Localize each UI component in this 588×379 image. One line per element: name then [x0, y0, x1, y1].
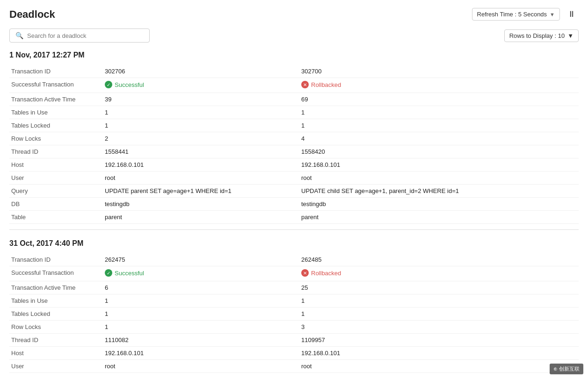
row-label: User — [9, 172, 103, 185]
table-row: Host192.168.0.101192.168.0.101 — [9, 347, 579, 360]
row-value-1: 1 — [103, 321, 299, 334]
row-label: Successful Transaction — [9, 78, 103, 93]
chevron-down-icon: ▼ — [550, 12, 555, 17]
row-value-1: 39 — [103, 93, 299, 106]
table-row: Transaction ID262475262485 — [9, 253, 579, 266]
row-value-1: 302706 — [103, 65, 299, 78]
row-label: Thread ID — [9, 334, 103, 347]
row-value-2: 192.168.0.101 — [299, 347, 579, 360]
table-row: Tables in Use11 — [9, 294, 579, 307]
row-value-2: 69 — [299, 93, 579, 106]
row-value-1: 262475 — [103, 253, 299, 266]
refresh-dropdown[interactable]: Refresh Time : 5 Seconds ▼ — [472, 8, 560, 21]
row-value-1: testingdb — [103, 198, 299, 211]
table-row: Transaction Active Time625 — [9, 281, 579, 294]
table-row: Host192.168.0.101192.168.0.101 — [9, 158, 579, 172]
pause-button[interactable]: ⏸ — [565, 7, 579, 21]
status-success: Successful — [105, 269, 144, 277]
table-row: Transaction Active Time3969 — [9, 93, 579, 106]
table-row: Row Locks24 — [9, 132, 579, 145]
page-wrapper: Deadlock Refresh Time : 5 Seconds ▼ ⏸ 🔍 … — [0, 0, 588, 379]
table-row: Tableparentparent — [9, 211, 579, 224]
row-label: Host — [9, 347, 103, 360]
rows-chevron-icon: ▼ — [567, 32, 573, 39]
deadlock-date-1: 31 Oct, 2017 4:40 PM — [9, 239, 579, 250]
row-value-1: 6 — [103, 281, 299, 294]
row-label: Transaction ID — [9, 65, 103, 78]
row-value-2: 4 — [299, 132, 579, 145]
row-label: Tables in Use — [9, 106, 103, 119]
table-row: DBtestingdbtestingdb — [9, 198, 579, 211]
deadlock-date-0: 1 Nov, 2017 12:27 PM — [9, 51, 579, 61]
row-value-1: UPDATE parent SET age=age+1 WHERE id=1 — [103, 185, 299, 198]
watermark: ⊕ 创新互联 — [550, 364, 583, 374]
row-label: Row Locks — [9, 132, 103, 145]
table-row: Successful TransactionSuccessfulRollback… — [9, 266, 579, 281]
divider — [9, 229, 579, 230]
row-label: Tables Locked — [9, 307, 103, 321]
row-value-2: 3 — [299, 321, 579, 334]
row-value-1: 1 — [103, 119, 299, 132]
row-value-2: parent — [299, 211, 579, 224]
row-value-1: Successful — [103, 266, 299, 281]
table-row: Userrootroot — [9, 360, 579, 373]
rollback-icon — [301, 81, 309, 88]
status-rollback: Rollbacked — [301, 269, 341, 277]
table-row: Successful TransactionSuccessfulRollback… — [9, 78, 579, 93]
table-row: Row Locks13 — [9, 321, 579, 334]
row-value-1: 192.168.0.101 — [103, 347, 299, 360]
search-input[interactable] — [27, 32, 144, 39]
row-label: Host — [9, 158, 103, 172]
table-row: QueryUPDATE parent SET age=age+1 WHERE i… — [9, 185, 579, 198]
row-value-2: 1 — [299, 294, 579, 307]
deadlock-entry-0: 1 Nov, 2017 12:27 PMTransaction ID302706… — [9, 51, 579, 230]
table-row: Tables in Use11 — [9, 106, 579, 119]
row-value-1: Successful — [103, 78, 299, 93]
row-value-2: testingdb — [299, 198, 579, 211]
watermark-logo: ⊕ 创新互联 — [553, 365, 580, 372]
row-value-1: 1 — [103, 307, 299, 321]
row-label: Transaction ID — [9, 253, 103, 266]
deadlock-entry-1: 31 Oct, 2017 4:40 PMTransaction ID262475… — [9, 239, 579, 373]
status-rollback: Rollbacked — [301, 81, 341, 88]
toolbar: 🔍 Rows to Display : 10 ▼ — [9, 29, 579, 43]
row-value-2: root — [299, 172, 579, 185]
table-row: Tables Locked11 — [9, 119, 579, 132]
row-label: Tables in Use — [9, 294, 103, 307]
row-value-2: 262485 — [299, 253, 579, 266]
row-label: Thread ID — [9, 145, 103, 158]
refresh-label: Refresh Time : 5 Seconds — [477, 11, 547, 18]
row-value-1: parent — [103, 211, 299, 224]
row-label: DB — [9, 198, 103, 211]
row-value-1: 1 — [103, 106, 299, 119]
rollback-icon — [301, 269, 309, 277]
deadlock-table-0: Transaction ID302706302700Successful Tra… — [9, 65, 579, 224]
row-value-2: 1558420 — [299, 145, 579, 158]
rows-dropdown[interactable]: Rows to Display : 10 ▼ — [504, 29, 579, 42]
row-label: Table — [9, 211, 103, 224]
row-label: Transaction Active Time — [9, 93, 103, 106]
search-box[interactable]: 🔍 — [9, 29, 150, 43]
row-value-2: 192.168.0.101 — [299, 158, 579, 172]
row-value-1: 192.168.0.101 — [103, 158, 299, 172]
row-value-1: 2 — [103, 132, 299, 145]
search-icon: 🔍 — [15, 32, 23, 39]
row-value-2: UPDATE child SET age=age+1, parent_id=2 … — [299, 185, 579, 198]
status-success: Successful — [105, 81, 144, 88]
row-value-1: 1110082 — [103, 334, 299, 347]
row-label: User — [9, 360, 103, 373]
header-right: Refresh Time : 5 Seconds ▼ ⏸ — [472, 7, 579, 21]
row-value-2: 1 — [299, 106, 579, 119]
rows-label: Rows to Display : 10 — [509, 32, 565, 39]
deadlock-table-1: Transaction ID262475262485Successful Tra… — [9, 253, 579, 373]
row-value-2: 25 — [299, 281, 579, 294]
header: Deadlock Refresh Time : 5 Seconds ▼ ⏸ — [9, 7, 579, 21]
deadlock-container: 1 Nov, 2017 12:27 PMTransaction ID302706… — [9, 51, 579, 373]
row-value-2: 302700 — [299, 65, 579, 78]
row-label: Successful Transaction — [9, 266, 103, 281]
table-row: Tables Locked11 — [9, 307, 579, 321]
pause-icon: ⏸ — [567, 9, 576, 19]
row-value-1: 1558441 — [103, 145, 299, 158]
row-label: Row Locks — [9, 321, 103, 334]
row-value-2: 1109957 — [299, 334, 579, 347]
